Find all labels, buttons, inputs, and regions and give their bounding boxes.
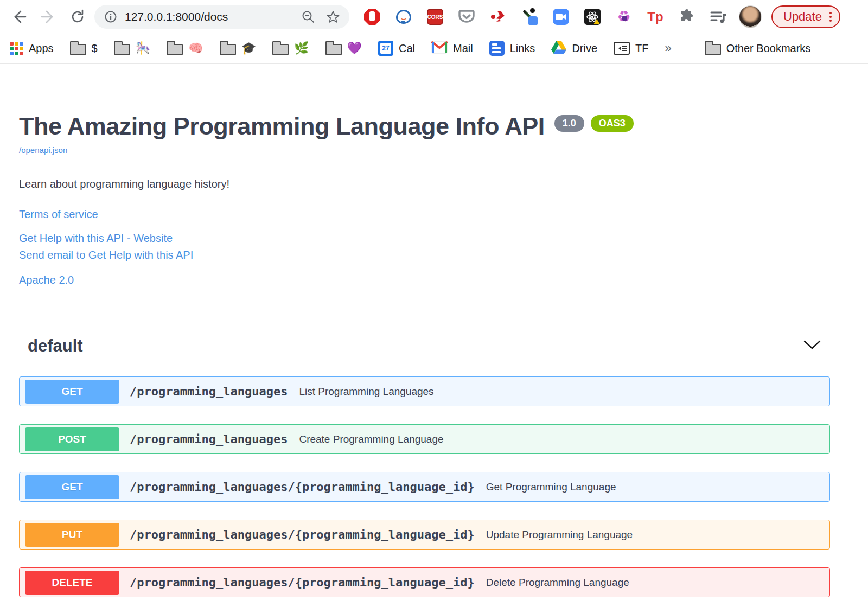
pocket-extension-icon[interactable] (458, 8, 475, 25)
bookmark-mail[interactable]: Mail (431, 41, 473, 56)
help-website-link[interactable]: Get Help with this API - Website (19, 232, 830, 245)
nav-buttons (11, 9, 86, 25)
folder-icon (220, 44, 236, 55)
site-info-icon[interactable] (103, 9, 118, 24)
cors-extension-icon[interactable]: CORS (426, 8, 444, 25)
playlist-queue-icon[interactable] (710, 8, 727, 25)
google-calendar-icon: 27 (378, 41, 393, 56)
folder-icon (705, 44, 721, 55)
operation-path: /programming_languages/{programming_lang… (130, 576, 475, 589)
react-devtools-extension-icon[interactable] (584, 8, 601, 25)
help-email-link[interactable]: Send email to Get Help with this API (19, 249, 830, 261)
operations-list: GET /programming_languages List Programm… (19, 376, 830, 597)
method-badge: GET (25, 475, 119, 499)
method-badge: GET (25, 380, 119, 404)
bookmark-calendar[interactable]: 27 Cal (378, 41, 415, 56)
openapi-json-link[interactable]: /openapi.json (19, 145, 67, 155)
operation-path: /programming_languages/{programming_lang… (130, 528, 475, 541)
operation-summary: Create Programming Language (299, 433, 443, 445)
method-badge: DELETE (25, 571, 119, 595)
browser-toolbar: 127.0.0.1:8000/docs CORS (0, 0, 868, 34)
operation-summary: List Programming Languages (299, 386, 433, 398)
apps-grid-icon (10, 42, 23, 55)
operation-path: /programming_languages (130, 432, 288, 446)
section-title: default (28, 336, 83, 356)
bookmark-folder-graduation[interactable]: 🎓 (220, 41, 256, 55)
adblock-extension-icon[interactable] (363, 8, 381, 25)
tp-extension-icon[interactable]: Tp (647, 8, 664, 25)
folder-icon (326, 44, 342, 55)
forward-button-icon[interactable] (40, 9, 56, 25)
profile-avatar[interactable] (739, 5, 762, 28)
other-bookmarks[interactable]: Other Bookmarks (705, 41, 811, 55)
operation-summary: Update Programming Language (486, 529, 633, 541)
address-bar[interactable]: 127.0.0.1:8000/docs (94, 5, 349, 29)
operation-put-update[interactable]: PUT /programming_languages/{programming_… (19, 520, 830, 550)
operation-get-one[interactable]: GET /programming_languages/{programming_… (19, 472, 830, 502)
kebab-menu-icon[interactable] (829, 12, 832, 22)
operation-summary: Get Programming Language (486, 481, 616, 493)
folder-icon (70, 44, 86, 55)
bookmark-apps[interactable]: Apps (10, 42, 54, 55)
terms-of-service-link[interactable]: Terms of service (19, 208, 830, 221)
bookmark-folder-purple-heart[interactable]: 💜 (326, 41, 362, 55)
method-badge: PUT (25, 523, 119, 547)
zoom-out-icon[interactable] (301, 9, 316, 24)
operation-summary: Delete Programming Language (486, 577, 629, 589)
recycle-extension-icon[interactable]: ♻ (615, 8, 633, 25)
bookmark-folder-brain[interactable]: 🧠 (167, 41, 203, 55)
bookmark-folder-carousel[interactable]: 🎠 (114, 41, 150, 55)
bookmark-links[interactable]: Links (489, 41, 535, 56)
api-title-row: The Amazing Programming Language Info AP… (19, 112, 830, 141)
license-link[interactable]: Apache 2.0 (19, 274, 830, 286)
bookmarks-bar: Apps $ 🎠 🧠 🎓 🌿 💜 27 Cal Mail Link (0, 34, 868, 64)
bookmark-drive[interactable]: Drive (551, 40, 597, 56)
folder-icon (272, 44, 289, 55)
swagger-ui-page: The Amazing Programming Language Info AP… (0, 112, 868, 597)
links-list-icon (489, 41, 505, 56)
puzzle-extensions-menu-icon[interactable] (678, 8, 695, 25)
chrome-update-button[interactable]: Update (771, 5, 840, 28)
operation-post-create[interactable]: POST /programming_languages Create Progr… (19, 424, 830, 454)
method-badge: POST (25, 427, 119, 451)
color-picker-extension-icon[interactable] (521, 8, 538, 25)
bookmark-star-icon[interactable] (326, 9, 341, 24)
api-description: Learn about programming language history… (19, 178, 830, 190)
page-title: The Amazing Programming Language Info AP… (19, 112, 545, 141)
operation-path: /programming_languages (130, 385, 288, 398)
gmail-icon (431, 41, 448, 56)
folder-icon (114, 44, 130, 55)
extension-icons: CORS ♻ Tp (363, 8, 727, 25)
operation-delete[interactable]: DELETE /programming_languages/{programmi… (19, 567, 830, 597)
section-header-default[interactable]: default (19, 336, 830, 365)
chevron-down-icon[interactable] (803, 340, 821, 353)
back-button-icon[interactable] (11, 9, 27, 25)
tf-favicon (614, 42, 630, 55)
oas3-badge: OAS3 (591, 115, 634, 132)
version-badge: 1.0 (554, 115, 584, 132)
bookmarks-divider (688, 39, 688, 57)
bookmarks-overflow-chevron[interactable]: » (665, 41, 671, 55)
zoom-camera-extension-icon[interactable] (552, 8, 570, 25)
chat-bubble-extension-icon[interactable] (395, 8, 412, 25)
operation-get-list[interactable]: GET /programming_languages List Programm… (19, 376, 830, 406)
folder-icon (167, 44, 183, 55)
red-arrow-extension-icon[interactable] (489, 8, 507, 25)
reload-button-icon[interactable] (69, 9, 86, 25)
url-text[interactable]: 127.0.0.1:8000/docs (125, 10, 296, 23)
operation-path: /programming_languages/{programming_lang… (130, 480, 475, 494)
google-drive-icon (551, 40, 566, 56)
bookmark-folder-herb[interactable]: 🌿 (272, 41, 309, 55)
bookmark-tf[interactable]: TF (614, 42, 648, 55)
bookmark-folder-dollar[interactable]: $ (70, 41, 98, 55)
